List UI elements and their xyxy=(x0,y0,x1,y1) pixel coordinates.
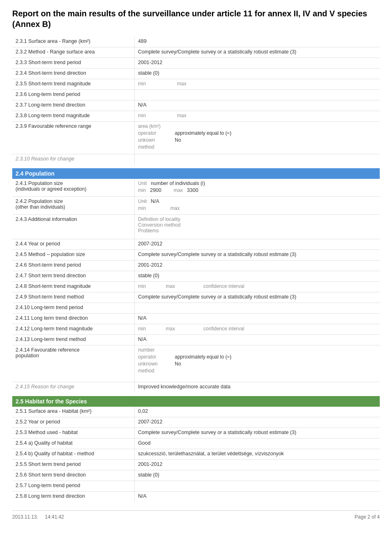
value-2-3-5: min max xyxy=(135,79,380,89)
label-2-3-5: 2.3.5 Short-term trend magnitude xyxy=(12,79,135,89)
row-2-4-14: 2.4.14 Favourable referencepopulation nu… xyxy=(12,345,380,382)
value-2-5-1: 0,02 xyxy=(135,407,380,417)
max-label-2-4-12: max xyxy=(166,326,175,332)
value-2-4-11: N/A xyxy=(135,314,380,324)
max-label-2-4-8: max xyxy=(166,283,175,289)
row-2-4-15: 2.4.15 Reason for change Improved knowle… xyxy=(12,382,380,393)
row-2-3-8: 2.3.8 Long-term trend magnitude min max xyxy=(12,111,380,122)
label-2-4-10: 2.4.10 Long-term trend period xyxy=(12,303,135,313)
value-2-4-5: Complete survey/Complete survey or a sta… xyxy=(135,250,380,260)
unit-value-2-4-1: number of individuals (i) xyxy=(151,180,205,186)
value-2-5-7 xyxy=(135,481,380,491)
label-2-4-2: 2.4.2 Population size(other than individ… xyxy=(12,197,135,214)
row-2-3-2: 2.3.2 Method - Range surface area Comple… xyxy=(12,47,380,58)
value-2-3-9: area (km²) operatorapproximately equal t… xyxy=(135,122,380,154)
value-2-5-4b: szukcesszió, területhasználat, a terület… xyxy=(135,449,380,459)
value-2-4-15: Improved knowledge/more accurate data xyxy=(135,382,380,393)
label-2-3-1: 2.3.1 Surface area - Range (km²) xyxy=(12,37,135,47)
value-2-3-4: stable (0) xyxy=(135,69,380,79)
footer-date: 2013.11.13. xyxy=(12,514,38,520)
value-2-5-5: 2001-2012 xyxy=(135,460,380,470)
section-habitat: 2.5.1 Surface area - Habitat (km²) 0,02 … xyxy=(12,407,380,502)
value-2-4-7: stable (0) xyxy=(135,271,380,281)
value-2-5-3: Complete survey/Complete survey or a sta… xyxy=(135,428,380,438)
label-2-4-11: 2.4.11 Long term trend direction xyxy=(12,314,135,324)
problems: Problems xyxy=(138,228,376,234)
value-2-4-1: Unit number of individuals (i) min 2900 … xyxy=(135,179,380,196)
conf-label-2-4-12: confidence interval xyxy=(203,326,244,332)
operator-value: approximately equal to (≈) xyxy=(175,130,376,136)
value-2-4-13: N/A xyxy=(135,335,380,345)
number-value-2-4-14 xyxy=(175,347,376,353)
row-2-5-4a: 2.5.4 a) Quality of habitat Good xyxy=(12,439,380,449)
min-label-2-4-2: min xyxy=(138,205,146,211)
row-2-3-7: 2.3.7 Long-term trend direction N/A xyxy=(12,100,380,111)
min-label-2-3-8: min xyxy=(138,113,146,118)
footer-page: Page 2 of 4 xyxy=(355,514,380,520)
max-label-2-3-5: max xyxy=(177,81,187,87)
row-2-5-5: 2.5.5 Short term trend period 2001-2012 xyxy=(12,460,380,470)
label-2-5-6: 2.5.6 Short term trend direction xyxy=(12,470,135,481)
label-2-4-4: 2.4.4 Year or period xyxy=(12,239,135,249)
label-2-3-9: 2.3.9 Favourable reference range xyxy=(12,122,135,154)
conversion-method: Conversion method xyxy=(138,222,376,228)
operator-label-2-4-14: operator xyxy=(138,354,171,360)
unkown-value: No xyxy=(175,137,376,143)
def-locality: Definition of locality xyxy=(138,216,376,222)
method-value xyxy=(175,144,376,150)
conf-label-2-4-8: confidence interval xyxy=(203,283,244,289)
label-2-4-9: 2.4.9 Short-term trend method xyxy=(12,292,135,303)
row-2-5-1: 2.5.1 Surface area - Habitat (km²) 0,02 xyxy=(12,407,380,417)
label-2-3-8: 2.3.8 Long-term trend magnitude xyxy=(12,111,135,121)
row-2-3-10: 2.3.10 Reason for change xyxy=(12,154,380,165)
section-habitat-header: 2.5 Habitat for the Species xyxy=(12,396,380,407)
value-2-3-3: 2001-2012 xyxy=(135,58,380,68)
min-label-2-3-5: min xyxy=(138,81,146,87)
label-2-5-4b: 2.5.4 b) Quality of habitat - method xyxy=(12,449,135,459)
row-2-4-9: 2.4.9 Short-term trend method Complete s… xyxy=(12,292,380,303)
min-label-2-4-8: min xyxy=(138,283,146,289)
label-2-5-2: 2.5.2 Year or period xyxy=(12,417,135,428)
unit-label-2-4-1: Unit xyxy=(138,180,147,186)
row-2-4-11: 2.4.11 Long term trend direction N/A xyxy=(12,314,380,324)
row-2-5-6: 2.5.6 Short term trend direction stable … xyxy=(12,470,380,481)
value-2-4-8: min max confidence interval xyxy=(135,282,380,292)
row-2-4-1: 2.4.1 Population size(individuals or agr… xyxy=(12,179,380,197)
area-value xyxy=(175,123,376,129)
value-2-5-8: N/A xyxy=(135,492,380,502)
value-2-3-2: Complete survey/Complete survey or a sta… xyxy=(135,47,380,58)
value-2-3-6 xyxy=(135,90,380,100)
min-label-2-4-1: min xyxy=(138,187,146,193)
value-2-3-7: N/A xyxy=(135,100,380,111)
row-2-4-13: 2.4.13 Long-term trend method N/A xyxy=(12,335,380,345)
row-2-3-1: 2.3.1 Surface area - Range (km²) 489 xyxy=(12,37,380,47)
label-2-4-1: 2.4.1 Population size(individuals or agr… xyxy=(12,179,135,196)
value-2-4-2: Unit N/A min max xyxy=(135,197,380,214)
label-2-5-5: 2.5.5 Short term trend period xyxy=(12,460,135,470)
row-2-4-12: 2.4.12 Long-term trend magnitude min max… xyxy=(12,324,380,335)
row-2-3-6: 2.3.6 Long-term trend period xyxy=(12,90,380,100)
row-2-4-4: 2.4.4 Year or period 2007-2012 xyxy=(12,239,380,250)
label-2-4-6: 2.4.6 Short-term trend period xyxy=(12,261,135,271)
operator-value-2-4-14: approximately equal to (≈) xyxy=(175,354,376,360)
label-2-4-14: 2.4.14 Favourable referencepopulation xyxy=(12,345,135,382)
row-2-4-8: 2.4.8 Short-term trend magnitude min max… xyxy=(12,282,380,292)
value-2-5-2: 2007-2012 xyxy=(135,417,380,428)
method-label: method xyxy=(138,144,171,150)
label-2-5-3: 2.5.3 Method used - habitat xyxy=(12,428,135,438)
label-2-3-3: 2.3.3 Short-term trend period xyxy=(12,58,135,68)
row-2-4-2: 2.4.2 Population size(other than individ… xyxy=(12,197,380,215)
min-value-2-4-1: 2900 xyxy=(150,187,161,193)
page-title: Report on the main results of the survei… xyxy=(12,8,380,29)
unknown-label-2-4-14: unknown xyxy=(138,361,171,367)
unkown-label: unkown xyxy=(138,137,171,143)
label-2-3-10: 2.3.10 Reason for change xyxy=(12,154,135,165)
label-2-4-13: 2.4.13 Long-term trend method xyxy=(12,335,135,345)
label-2-3-2: 2.3.2 Method - Range surface area xyxy=(12,47,135,58)
value-2-4-6: 2001-2012 xyxy=(135,261,380,271)
unit-label-2-4-2: Unit xyxy=(138,198,147,204)
label-2-5-1: 2.5.1 Surface area - Habitat (km²) xyxy=(12,407,135,417)
row-2-3-9: 2.3.9 Favourable reference range area (k… xyxy=(12,122,380,154)
max-value-2-4-1: 3300 xyxy=(187,187,198,193)
max-label-2-3-8: max xyxy=(177,113,187,118)
